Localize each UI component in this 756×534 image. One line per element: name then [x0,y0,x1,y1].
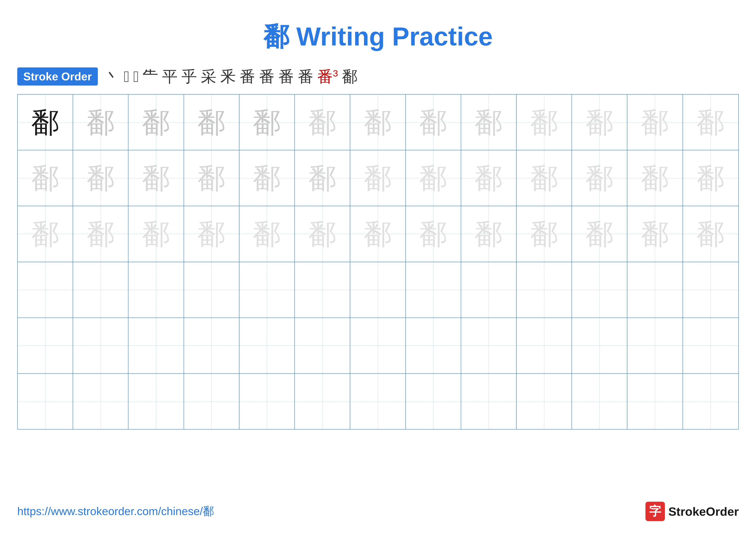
cell-5-9[interactable] [461,318,517,373]
cell-1-4[interactable]: 鄱 [184,94,239,150]
cell-5-7[interactable] [350,318,406,373]
cell-4-7[interactable] [350,262,406,318]
cell-1-13[interactable]: 鄱 [683,94,738,150]
cell-5-3[interactable] [128,318,184,373]
cell-3-12[interactable]: 鄱 [627,206,683,262]
cell-1-10[interactable]: 鄱 [517,94,572,150]
logo-text: StrokeOrder [668,504,739,519]
cell-1-11[interactable]: 鄱 [572,94,627,150]
cell-3-9[interactable]: 鄱 [461,206,517,262]
cell-1-6[interactable]: 鄱 [295,94,350,150]
cell-5-11[interactable] [572,318,627,373]
cell-5-1[interactable] [18,318,73,373]
cell-6-8[interactable] [406,374,461,429]
cell-6-13[interactable] [683,374,738,429]
char-display: 鄱 [419,220,447,248]
cell-3-10[interactable]: 鄱 [517,206,572,262]
cell-5-5[interactable] [239,318,295,373]
stroke-9: 番 [240,69,255,84]
cell-4-2[interactable] [73,262,128,318]
cell-6-12[interactable] [627,374,683,429]
cell-2-8[interactable]: 鄱 [406,150,461,206]
cell-3-8[interactable]: 鄱 [406,206,461,262]
cell-4-5[interactable] [239,262,295,318]
cell-3-4[interactable]: 鄱 [184,206,239,262]
cell-5-8[interactable] [406,318,461,373]
cell-1-5[interactable]: 鄱 [239,94,295,150]
cell-1-8[interactable]: 鄱 [406,94,461,150]
cell-6-10[interactable] [517,374,572,429]
cell-5-12[interactable] [627,318,683,373]
cell-6-1[interactable] [18,374,73,429]
char-display: 鄱 [474,108,502,136]
cell-4-3[interactable] [128,262,184,318]
cell-5-2[interactable] [73,318,128,373]
cell-6-11[interactable] [572,374,627,429]
cell-2-7[interactable]: 鄱 [350,150,406,206]
cell-6-7[interactable] [350,374,406,429]
cell-4-4[interactable] [184,262,239,318]
cell-5-10[interactable] [517,318,572,373]
cell-6-2[interactable] [73,374,128,429]
char-display: 鄱 [309,108,337,136]
cell-4-13[interactable] [683,262,738,318]
practice-grid: 鄱 鄱 鄱 鄱 鄱 鄱 鄱 鄱 鄱 鄱 鄱 鄱 鄱 鄱 鄱 鄱 鄱 鄱 鄱 鄱 … [17,94,739,429]
char-display: 鄱 [309,220,337,248]
cell-6-3[interactable] [128,374,184,429]
cell-6-4[interactable] [184,374,239,429]
cell-2-1[interactable]: 鄱 [18,150,73,206]
char-display: 鄱 [364,220,392,248]
cell-1-7[interactable]: 鄱 [350,94,406,150]
footer: https://www.strokeorder.com/chinese/鄱 字 … [17,502,739,521]
cell-3-13[interactable]: 鄱 [683,206,738,262]
char-display: 鄱 [87,164,115,192]
cell-1-9[interactable]: 鄱 [461,94,517,150]
char-display: 鄱 [142,108,170,136]
cell-2-11[interactable]: 鄱 [572,150,627,206]
char-display: 鄱 [474,220,502,248]
cell-4-9[interactable] [461,262,517,318]
cell-3-7[interactable]: 鄱 [350,206,406,262]
cell-2-12[interactable]: 鄱 [627,150,683,206]
cell-5-4[interactable] [184,318,239,373]
cell-2-2[interactable]: 鄱 [73,150,128,206]
cell-2-3[interactable]: 鄱 [128,150,184,206]
practice-row-4 [18,262,738,318]
char-display: 鄱 [198,108,226,136]
footer-url[interactable]: https://www.strokeorder.com/chinese/鄱 [17,504,214,519]
cell-3-1[interactable]: 鄱 [18,206,73,262]
cell-4-10[interactable] [517,262,572,318]
practice-row-5 [18,318,738,374]
stroke-2: 𠃌 [124,69,129,84]
cell-3-11[interactable]: 鄱 [572,206,627,262]
cell-4-11[interactable] [572,262,627,318]
cell-3-2[interactable]: 鄱 [73,206,128,262]
cell-1-1[interactable]: 鄱 [18,94,73,150]
cell-3-5[interactable]: 鄱 [239,206,295,262]
cell-1-12[interactable]: 鄱 [627,94,683,150]
char-display: 鄱 [419,164,447,192]
cell-2-4[interactable]: 鄱 [184,150,239,206]
cell-5-13[interactable] [683,318,738,373]
cell-2-5[interactable]: 鄱 [239,150,295,206]
char-display: 鄱 [87,220,115,248]
cell-6-9[interactable] [461,374,517,429]
cell-2-9[interactable]: 鄱 [461,150,517,206]
cell-2-6[interactable]: 鄱 [295,150,350,206]
cell-5-6[interactable] [295,318,350,373]
cell-2-13[interactable]: 鄱 [683,150,738,206]
stroke-12: 番 [298,69,313,84]
cell-4-6[interactable] [295,262,350,318]
stroke-14: 鄱 [342,69,358,84]
cell-1-2[interactable]: 鄱 [73,94,128,150]
cell-1-3[interactable]: 鄱 [128,94,184,150]
cell-4-12[interactable] [627,262,683,318]
cell-2-10[interactable]: 鄱 [517,150,572,206]
cell-3-6[interactable]: 鄱 [295,206,350,262]
cell-4-1[interactable] [18,262,73,318]
cell-4-8[interactable] [406,262,461,318]
cell-6-6[interactable] [295,374,350,429]
cell-3-3[interactable]: 鄱 [128,206,184,262]
cell-6-5[interactable] [239,374,295,429]
char-display: 鄱 [364,108,392,136]
